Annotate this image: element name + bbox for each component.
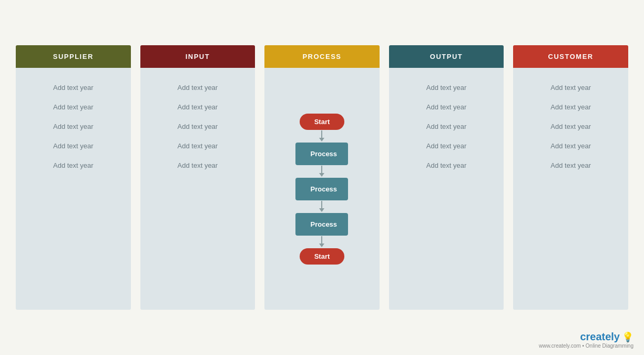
output-item-1: Add text year xyxy=(404,103,489,111)
output-item-4: Add text year xyxy=(404,161,489,169)
brand-name: creately xyxy=(580,331,620,343)
input-item-2: Add text year xyxy=(155,123,241,130)
column-customer: CUSTOMERAdd text yearAdd text yearAdd te… xyxy=(513,45,628,310)
bulb-icon: 💡 xyxy=(622,331,633,343)
output-item-0: Add text year xyxy=(404,84,489,92)
customer-item-2: Add text year xyxy=(528,123,614,130)
customer-header: CUSTOMER xyxy=(513,45,628,68)
process-header: PROCESS xyxy=(264,45,380,68)
flow-arrow-5 xyxy=(319,200,324,213)
flow-start-0: Start xyxy=(300,114,345,130)
column-supplier: SUPPLIERAdd text yearAdd text yearAdd te… xyxy=(16,45,131,310)
customer-item-1: Add text year xyxy=(528,103,614,111)
column-process: PROCESSStartProcessProcessProcessStart xyxy=(264,45,380,310)
customer-item-3: Add text year xyxy=(528,142,614,150)
input-header: INPUT xyxy=(140,45,255,68)
footer: creately 💡 www.creately.com • Online Dia… xyxy=(539,331,633,349)
column-output: OUTPUTAdd text yearAdd text yearAdd text… xyxy=(389,45,504,310)
flow-process-2: Process xyxy=(295,143,348,165)
supplier-item-0: Add text year xyxy=(30,84,116,92)
creately-logo: creately 💡 xyxy=(580,331,633,343)
input-item-4: Add text year xyxy=(155,161,241,169)
supplier-header: SUPPLIER xyxy=(16,45,131,68)
tagline: www.creately.com • Online Diagramming xyxy=(539,343,633,349)
process-body: StartProcessProcessProcessStart xyxy=(264,68,380,310)
supplier-item-2: Add text year xyxy=(30,123,116,130)
main-container: SUPPLIERAdd text yearAdd text yearAdd te… xyxy=(16,45,628,310)
flow-arrow-7 xyxy=(319,236,324,248)
output-header: OUTPUT xyxy=(389,45,504,68)
supplier-list: Add text yearAdd text yearAdd text yearA… xyxy=(21,78,126,175)
output-list: Add text yearAdd text yearAdd text yearA… xyxy=(394,78,499,175)
supplier-body: Add text yearAdd text yearAdd text yearA… xyxy=(16,68,131,310)
input-body: Add text yearAdd text yearAdd text yearA… xyxy=(140,68,255,310)
customer-item-0: Add text year xyxy=(528,84,614,92)
flow-start-8: Start xyxy=(300,248,345,265)
customer-body: Add text yearAdd text yearAdd text yearA… xyxy=(513,68,628,310)
output-body: Add text yearAdd text yearAdd text yearA… xyxy=(389,68,504,310)
input-item-1: Add text year xyxy=(155,103,241,111)
customer-item-4: Add text year xyxy=(528,161,614,169)
flow-process-6: Process xyxy=(295,213,348,236)
customer-list: Add text yearAdd text yearAdd text yearA… xyxy=(518,78,623,175)
supplier-item-1: Add text year xyxy=(30,103,116,111)
output-item-2: Add text year xyxy=(404,123,489,130)
flowchart: StartProcessProcessProcessStart xyxy=(295,114,348,265)
flow-process-4: Process xyxy=(295,178,348,200)
input-item-3: Add text year xyxy=(155,142,241,150)
supplier-item-4: Add text year xyxy=(30,161,116,169)
input-item-0: Add text year xyxy=(155,84,241,92)
flow-arrow-1 xyxy=(319,130,324,143)
supplier-item-3: Add text year xyxy=(30,142,116,150)
input-list: Add text yearAdd text yearAdd text yearA… xyxy=(146,78,250,175)
output-item-3: Add text year xyxy=(404,142,489,150)
column-input: INPUTAdd text yearAdd text yearAdd text … xyxy=(140,45,255,310)
flow-arrow-3 xyxy=(319,165,324,178)
